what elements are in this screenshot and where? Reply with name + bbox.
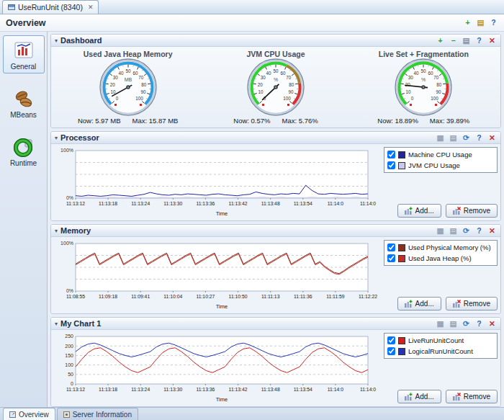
processor-toolbar: ▦ ▤ ⟳ ? ✕	[436, 133, 497, 143]
gauge-dial: 0102030405060708090100%	[218, 58, 333, 116]
select-attribute-icon[interactable]: ▤	[462, 36, 471, 45]
legend-item[interactable]: LogicalRunUnitCount	[387, 347, 494, 355]
processor-section-header[interactable]: ▾ Processor ▦ ▤ ⟳ ? ✕	[51, 132, 500, 144]
legend-item[interactable]: LiveRunUnitCount	[387, 336, 494, 344]
gauge-dial: 0102030405060708090100MB	[71, 58, 186, 116]
svg-text:11:14:0: 11:14:0	[360, 201, 376, 206]
section-title: Dashboard	[60, 36, 102, 45]
legend-item[interactable]: JVM CPU Usage	[387, 161, 494, 169]
svg-text:30: 30	[112, 75, 118, 80]
legend-item[interactable]: Used Physical Memory (%)	[387, 243, 494, 251]
series-label: Machine CPU Usage	[408, 151, 472, 158]
svg-text:0: 0	[411, 96, 414, 101]
svg-text:60: 60	[132, 71, 138, 76]
help-icon[interactable]: ?	[474, 226, 484, 236]
editor-tab-userununit[interactable]: UseRunUnit (8340) ✕	[2, 0, 99, 14]
legend-checkbox[interactable]	[387, 254, 395, 262]
svg-text:11:09:41: 11:09:41	[131, 294, 150, 299]
gauge-live-set: Live Set + Fragmentation 010203040506070…	[351, 48, 495, 125]
remove-dial-icon[interactable]: −	[449, 36, 458, 45]
svg-text:20: 20	[258, 82, 264, 87]
help-icon[interactable]: ?	[474, 133, 484, 143]
help-icon[interactable]: ?	[489, 18, 498, 27]
svg-text:50: 50	[125, 68, 131, 73]
accordion-layout-icon[interactable]: ▤	[476, 18, 485, 27]
svg-text:200: 200	[65, 344, 73, 349]
svg-text:Time: Time	[216, 396, 228, 403]
gauge-dial: 0102030405060708090100%	[366, 58, 481, 116]
svg-text:10: 10	[110, 89, 116, 94]
sidebar-item-label: MBeans	[10, 111, 37, 119]
add-icon[interactable]: +	[463, 18, 472, 27]
my-chart-1-toolbar: ▦ ▤ ⟳ ? ✕	[436, 319, 497, 329]
close-icon[interactable]: ✕	[487, 36, 497, 45]
add-attribute-button[interactable]: Add...	[397, 390, 441, 403]
memory-section-header[interactable]: ▾ Memory ▦ ▤ ⟳ ? ✕	[51, 225, 500, 237]
svg-text:30: 30	[261, 75, 266, 80]
refresh-icon[interactable]: ⟳	[462, 133, 471, 143]
legend-checkbox[interactable]	[387, 151, 395, 158]
refresh-icon[interactable]: ⟳	[462, 319, 471, 329]
svg-text:11:13:12: 11:13:12	[66, 201, 85, 206]
legend-checkbox[interactable]	[387, 161, 395, 169]
help-icon[interactable]: ?	[474, 36, 484, 45]
select-attribute-icon[interactable]: ▤	[449, 319, 458, 329]
sidebar-item-mbeans[interactable]: MBeans	[3, 84, 45, 122]
remove-chart-glyph-icon	[453, 207, 461, 215]
svg-text:11:13:36: 11:13:36	[196, 201, 215, 206]
processor-legend: Machine CPU Usage JVM CPU Usage	[384, 147, 498, 173]
add-attribute-button[interactable]: Add...	[397, 204, 441, 218]
refresh-icon[interactable]: ⟳	[462, 226, 471, 236]
collapse-icon[interactable]: ▾	[55, 135, 58, 141]
view-sidebar: General MBeans R	[0, 32, 48, 407]
table-view-icon[interactable]: ▦	[436, 319, 445, 329]
legend-checkbox[interactable]	[387, 243, 395, 251]
tab-server-information[interactable]: Server Information	[57, 408, 138, 420]
remove-chart-glyph-icon	[453, 300, 461, 308]
svg-text:80: 80	[437, 82, 443, 87]
memory-toolbar: ▦ ▤ ⟳ ? ✕	[436, 226, 497, 236]
select-attribute-icon[interactable]: ▤	[449, 226, 458, 236]
gauge-jvm-cpu: JVM CPU Usage 0102030405060708090100% No…	[204, 48, 348, 125]
svg-text:20: 20	[109, 82, 115, 87]
remove-attribute-button[interactable]: Remove	[446, 390, 498, 403]
sidebar-item-runtime[interactable]: Runtime	[3, 132, 45, 170]
legend-item[interactable]: Machine CPU Usage	[387, 151, 494, 158]
help-icon[interactable]: ?	[474, 319, 484, 329]
collapse-icon[interactable]: ▾	[55, 37, 58, 44]
series-color-swatch	[398, 348, 405, 355]
close-icon[interactable]: ✕	[487, 133, 497, 143]
series-label: JVM CPU Usage	[408, 161, 460, 169]
svg-text:11:13:48: 11:13:48	[261, 201, 280, 206]
series-label: Used Java Heap (%)	[408, 254, 472, 262]
svg-text:11:09:18: 11:09:18	[99, 294, 117, 299]
table-view-icon[interactable]: ▦	[436, 226, 445, 236]
remove-attribute-button[interactable]: Remove	[446, 297, 498, 310]
editor-tab-label: UseRunUnit (8340)	[18, 3, 83, 12]
tab-close-icon[interactable]: ✕	[88, 4, 94, 11]
close-icon[interactable]: ✕	[487, 319, 497, 329]
table-view-icon[interactable]: ▦	[436, 133, 445, 143]
svg-text:11:08:55: 11:08:55	[66, 294, 85, 299]
svg-text:11:12:22: 11:12:22	[359, 294, 377, 299]
svg-text:11:13:30: 11:13:30	[163, 201, 182, 206]
my-chart-1-section-header[interactable]: ▾ My Chart 1 ▦ ▤ ⟳ ? ✕	[51, 318, 500, 330]
remove-attribute-button[interactable]: Remove	[446, 204, 498, 218]
legend-checkbox[interactable]	[387, 347, 395, 355]
select-attribute-icon[interactable]: ▤	[449, 133, 458, 143]
svg-text:10: 10	[258, 89, 264, 94]
close-icon[interactable]: ✕	[487, 226, 497, 236]
legend-item[interactable]: Used Java Heap (%)	[387, 254, 494, 262]
sidebar-item-general[interactable]: General	[3, 35, 45, 73]
svg-text:11:13:36: 11:13:36	[196, 387, 215, 392]
collapse-icon[interactable]: ▾	[55, 228, 58, 234]
collapse-icon[interactable]: ▾	[55, 321, 58, 327]
dashboard-section-header[interactable]: ▾ Dashboard + − ▤ ? ✕	[51, 35, 500, 47]
tab-overview[interactable]: Overview	[3, 408, 55, 420]
svg-text:90: 90	[288, 89, 294, 94]
svg-text:50: 50	[68, 372, 73, 377]
legend-checkbox[interactable]	[387, 336, 395, 344]
add-dial-icon[interactable]: +	[436, 36, 445, 45]
dashboard-section: ▾ Dashboard + − ▤ ? ✕ Used Java Heap Mem…	[50, 34, 501, 128]
add-attribute-button[interactable]: Add...	[397, 297, 441, 310]
